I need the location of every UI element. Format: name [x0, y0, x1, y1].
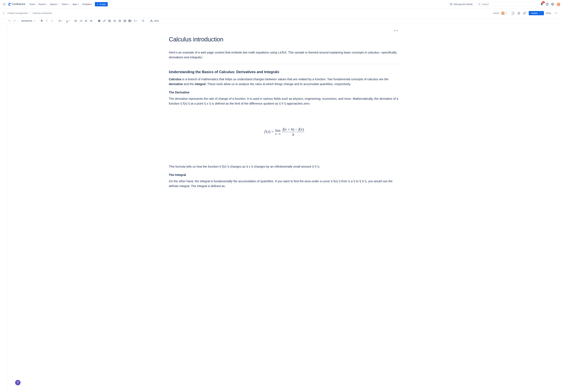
- breadcrumb-page[interactable]: Calculus introduction: [33, 12, 52, 14]
- search-icon: [478, 3, 481, 5]
- intro-paragraph[interactable]: Here's an example of a web page content …: [169, 50, 400, 60]
- link-button[interactable]: [102, 18, 107, 23]
- bold-button[interactable]: B: [39, 18, 44, 23]
- action-item-button[interactable]: [97, 18, 102, 23]
- layouts-button[interactable]: [123, 18, 127, 23]
- svg-point-36: [142, 20, 144, 22]
- close-button[interactable]: Close: [544, 11, 553, 15]
- credit-card-icon: [450, 3, 452, 5]
- chevron-down-icon: ▾: [46, 3, 47, 5]
- redo-button[interactable]: [12, 18, 17, 23]
- comments-button[interactable]: [511, 11, 515, 16]
- numbered-list-button[interactable]: 123: [79, 18, 83, 23]
- emoji-icon: [118, 20, 121, 22]
- create-button[interactable]: Create: [95, 2, 107, 6]
- settings-button[interactable]: [550, 2, 555, 7]
- outdent-button[interactable]: [84, 18, 89, 23]
- gear-icon: [551, 3, 554, 6]
- add-payment-button[interactable]: Add payment details: [448, 2, 475, 7]
- ai-write-button[interactable]: Write: [149, 19, 160, 23]
- numbered-list-icon: 123: [80, 20, 82, 22]
- nav-apps[interactable]: Apps▾: [71, 2, 80, 6]
- nav-spaces[interactable]: Spaces▾: [48, 2, 60, 6]
- equation-block[interactable]: f′(x) = lim h→0 f(x + h) − f(x) h: [169, 127, 400, 137]
- body-paragraph[interactable]: The derivative represents the rate of ch…: [169, 96, 400, 106]
- editor-scroll[interactable]: Calculus introduction Here's an example …: [0, 24, 562, 392]
- search-input[interactable]: [477, 2, 538, 7]
- page-title[interactable]: Calculus introduction: [169, 36, 400, 43]
- body-paragraph[interactable]: Calculus is a branch of mathematics that…: [169, 77, 400, 86]
- body-paragraph[interactable]: This formula tells us how the function \…: [169, 164, 400, 169]
- nav-templates[interactable]: Templates: [81, 2, 93, 6]
- svg-rect-35: [129, 20, 131, 22]
- svg-point-13: [552, 4, 553, 5]
- section-heading[interactable]: Understanding the Basics of Calculus: De…: [169, 70, 400, 74]
- editors-avatars: [501, 11, 508, 15]
- app-switcher-icon[interactable]: [2, 2, 7, 7]
- chevron-right-icon: [3, 12, 5, 14]
- bullet-list-icon: [74, 20, 77, 22]
- request-changes-button[interactable]: [516, 11, 521, 16]
- breadcrumb: Product management / Calculus introducti…: [8, 12, 52, 14]
- link-icon: [103, 20, 106, 22]
- subsection-heading[interactable]: The Integral: [169, 173, 400, 177]
- redo-icon: [13, 20, 16, 22]
- text-color-icon: A: [67, 20, 68, 22]
- italic-button[interactable]: I: [45, 18, 49, 23]
- emoji-button[interactable]: [117, 18, 122, 23]
- indent-icon: [90, 20, 93, 22]
- image-button[interactable]: [107, 18, 112, 23]
- help-icon: [546, 3, 549, 6]
- help-fab[interactable]: ?: [15, 380, 21, 385]
- expand-sidebar-button[interactable]: [2, 11, 5, 15]
- find-replace-button[interactable]: [141, 18, 146, 23]
- bullet-list-button[interactable]: [73, 18, 78, 23]
- svg-point-16: [556, 13, 556, 13]
- align-left-icon: [58, 20, 61, 22]
- nav-teams[interactable]: Teams▾: [60, 2, 71, 6]
- svg-point-1: [4, 3, 5, 3]
- divider: [169, 64, 400, 64]
- profile-avatar[interactable]: [557, 2, 560, 6]
- nav-home[interactable]: Home: [28, 2, 36, 6]
- svg-point-19: [52, 21, 52, 21]
- search-icon: [142, 20, 145, 22]
- svg-point-7: [4, 5, 5, 5]
- table-button[interactable]: ▾: [128, 18, 133, 23]
- body-paragraph[interactable]: On the other hand, the integral is funda…: [169, 179, 400, 189]
- breadcrumb-space[interactable]: Product management: [8, 12, 28, 14]
- italic-icon: I: [47, 20, 47, 22]
- sparkle-icon: [150, 20, 153, 22]
- copy-link-button[interactable]: [522, 11, 527, 16]
- help-button[interactable]: [545, 2, 550, 7]
- more-actions-button[interactable]: [553, 11, 558, 16]
- subsection-heading[interactable]: The Derivative: [169, 91, 400, 94]
- text-style-select[interactable]: Normal text ▾: [20, 19, 36, 23]
- bold-icon: B: [41, 20, 43, 22]
- chevron-down-icon: ▾: [136, 20, 137, 22]
- text-color-button[interactable]: A ▾: [66, 18, 70, 23]
- indent-button[interactable]: [89, 18, 94, 23]
- mention-button[interactable]: @: [112, 18, 117, 23]
- svg-point-18: [51, 21, 51, 21]
- chevron-down-icon: ▾: [69, 20, 70, 22]
- update-button[interactable]: Update: [529, 11, 540, 15]
- editor-avatar[interactable]: [501, 11, 505, 15]
- chevron-down-icon: ▾: [34, 20, 35, 22]
- confluence-logo[interactable]: Confluence: [7, 2, 26, 6]
- confluence-logo-icon: [8, 2, 11, 6]
- svg-point-15: [555, 13, 555, 13]
- align-button[interactable]: ▾: [58, 18, 63, 23]
- document[interactable]: Calculus introduction Here's an example …: [169, 24, 400, 219]
- plus-icon: [96, 3, 98, 5]
- page-width-handle[interactable]: [394, 30, 398, 32]
- svg-point-32: [120, 20, 120, 21]
- more-formatting-button[interactable]: [50, 18, 55, 23]
- insert-button[interactable]: ▾: [133, 18, 138, 23]
- nav-recent[interactable]: Recent▾: [37, 2, 48, 6]
- undo-button[interactable]: [7, 18, 12, 23]
- svg-point-17: [557, 13, 557, 13]
- svg-point-0: [3, 3, 4, 3]
- update-dropdown[interactable]: [540, 11, 544, 15]
- svg-point-30: [119, 20, 121, 22]
